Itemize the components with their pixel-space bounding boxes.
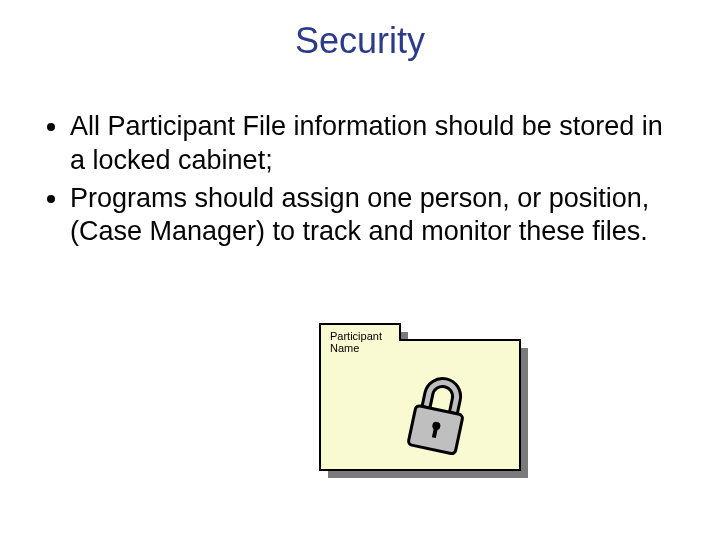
bullet-item: All Participant File information should … xyxy=(70,110,670,178)
bullet-item: Programs should assign one person, or po… xyxy=(70,182,670,250)
folder-svg: Participant Name xyxy=(310,310,530,490)
folder-graphic: Participant Name xyxy=(310,310,530,490)
bullet-list: All Participant File information should … xyxy=(40,110,670,249)
slide-body: All Participant File information should … xyxy=(40,110,670,253)
folder-tab-label-line1: Participant xyxy=(330,330,382,342)
slide-title: Security xyxy=(0,20,720,62)
slide: Security All Participant File informatio… xyxy=(0,0,720,540)
folder-tab-label-line2: Name xyxy=(330,342,359,354)
